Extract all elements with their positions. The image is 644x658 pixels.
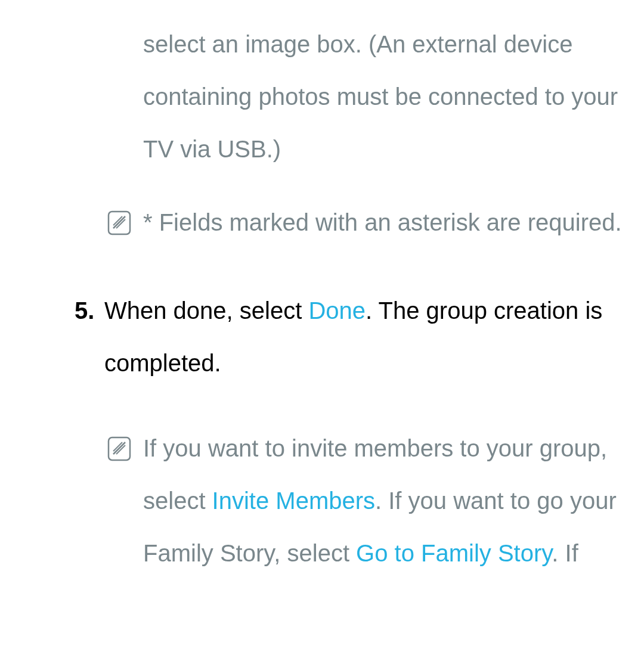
go-to-family-story-label: Go to Family Story (356, 540, 552, 566)
note-block-asterisk: * Fields marked with an asterisk are req… (18, 196, 626, 249)
truncated-paragraph-top: select an image box. (An external device… (18, 18, 626, 175)
step5-text-part1: When done, select (104, 297, 308, 324)
step-number-5: 5. (75, 284, 94, 337)
note2-text-part3: . If (552, 540, 578, 566)
note-asterisk-text: * Fields marked with an asterisk are req… (143, 209, 622, 235)
svg-line-1 (113, 216, 125, 228)
svg-line-5 (113, 442, 125, 454)
note-block-invite: If you want to invite members to your gr… (18, 422, 626, 579)
note-icon (107, 427, 131, 452)
note-icon (107, 201, 131, 226)
step-5-block: 5. When done, select Done. The group cre… (18, 284, 626, 389)
invite-members-label: Invite Members (212, 488, 375, 514)
done-label: Done (308, 297, 366, 324)
document-content: select an image box. (An external device… (18, 18, 626, 579)
truncated-text-top: select an image box. (An external device… (143, 31, 618, 162)
